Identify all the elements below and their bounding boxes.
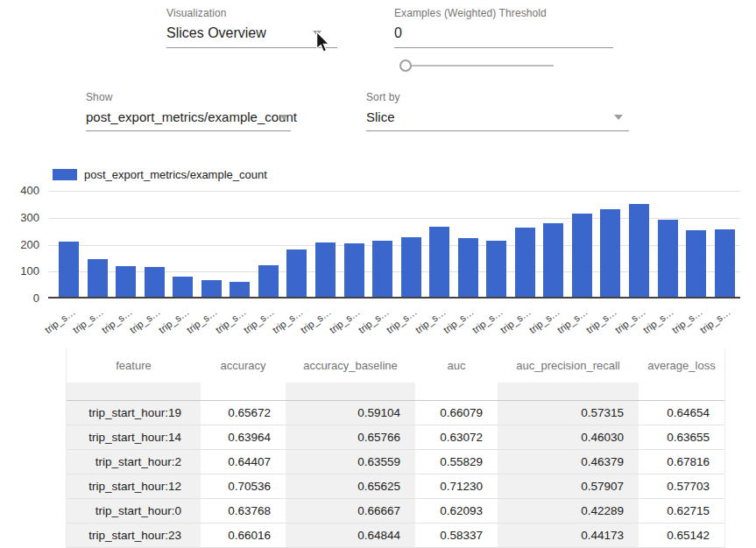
filter-cell xyxy=(415,383,498,400)
chart-bar[interactable] xyxy=(201,280,222,297)
chart-bar[interactable] xyxy=(88,259,108,297)
metric-cell: 0.46379 xyxy=(498,450,639,474)
column-header-auc[interactable]: auc xyxy=(415,348,498,383)
metric-cell: 0.70536 xyxy=(201,474,286,498)
y-axis-tick-label: 400 xyxy=(0,184,39,197)
table-row[interactable]: trip_start_hour:230.660160.648440.583370… xyxy=(67,523,724,548)
chart-bar[interactable] xyxy=(173,277,193,297)
feature-cell: trip_start_hour:23 xyxy=(67,523,201,547)
metric-cell: 0.63768 xyxy=(201,499,286,523)
metric-cell: 0.66016 xyxy=(201,523,286,547)
column-header-feature[interactable]: feature xyxy=(67,348,201,383)
chevron-down-icon xyxy=(279,115,288,120)
x-axis-line xyxy=(48,297,740,299)
metric-cell: 0.63964 xyxy=(201,425,286,449)
bar-chart: 0100200300400trip_s…trip_s…trip_s…trip_s… xyxy=(48,191,740,299)
table-row[interactable]: trip_start_hour:140.639640.657660.630720… xyxy=(67,425,724,450)
table-row[interactable]: trip_start_hour:190.656720.591040.660790… xyxy=(67,401,724,425)
chart-bar[interactable] xyxy=(572,214,592,297)
legend-label: post_export_metrics/example_count xyxy=(84,168,267,181)
filter-row xyxy=(67,383,724,401)
chart-bar[interactable] xyxy=(429,227,449,297)
y-axis-tick-label: 100 xyxy=(0,264,39,278)
sort-by-select[interactable]: Slice xyxy=(366,103,629,131)
threshold-label: Examples (Weighted) Threshold xyxy=(394,7,613,19)
metric-cell: 0.67816 xyxy=(639,450,724,474)
visualization-control: Visualization Slices Overview xyxy=(166,7,337,48)
table-row[interactable]: trip_start_hour:20.644070.635590.558290.… xyxy=(67,450,724,474)
metric-cell: 0.57703 xyxy=(639,474,724,498)
table-row[interactable]: trip_start_hour:120.705360.656250.712300… xyxy=(67,474,724,499)
chart-bar[interactable] xyxy=(629,204,649,297)
metric-cell: 0.71230 xyxy=(415,474,498,498)
chart-bar[interactable] xyxy=(600,209,620,297)
filter-cell xyxy=(498,383,639,400)
metric-cell: 0.44173 xyxy=(498,523,639,547)
metric-cell: 0.66079 xyxy=(415,401,498,425)
chart-bar[interactable] xyxy=(286,249,307,297)
filter-cell xyxy=(286,383,415,400)
column-header-auc_precision_recall[interactable]: auc_precision_recall xyxy=(498,348,639,383)
metric-cell: 0.63072 xyxy=(415,425,498,449)
mouse-cursor-icon xyxy=(314,32,330,53)
metric-cell: 0.64654 xyxy=(639,401,724,425)
chart-bar[interactable] xyxy=(116,266,136,297)
filter-cell xyxy=(67,383,201,400)
show-label: Show xyxy=(86,91,291,103)
slider-thumb[interactable] xyxy=(399,60,412,72)
sort-by-value: Slice xyxy=(366,109,395,124)
column-header-accuracy[interactable]: accuracy xyxy=(201,348,286,383)
show-value: post_export_metrics/example_count xyxy=(86,109,297,124)
chart-bar[interactable] xyxy=(715,229,735,297)
metrics-table: featureaccuracyaccuracy_baselineaucauc_p… xyxy=(66,348,725,548)
threshold-control: Examples (Weighted) Threshold 0 xyxy=(394,7,613,48)
filter-cell xyxy=(201,383,286,400)
metric-cell: 0.65766 xyxy=(286,425,415,449)
chart-legend: post_export_metrics/example_count xyxy=(53,168,267,181)
y-axis-tick-label: 200 xyxy=(0,238,39,251)
chart-bar[interactable] xyxy=(543,223,563,297)
chart-bar[interactable] xyxy=(486,241,506,297)
chart-bar[interactable] xyxy=(59,242,79,297)
metric-cell: 0.64407 xyxy=(201,450,286,474)
show-control: Show post_export_metrics/example_count xyxy=(86,91,291,131)
show-select[interactable]: post_export_metrics/example_count xyxy=(86,103,291,131)
metric-cell: 0.63655 xyxy=(639,425,724,449)
metric-cell: 0.65625 xyxy=(286,474,415,498)
metric-cell: 0.59104 xyxy=(286,401,415,425)
sort-by-control: Sort by Slice xyxy=(366,91,629,131)
metric-cell: 0.66667 xyxy=(286,499,415,523)
y-axis-tick-label: 300 xyxy=(0,211,39,224)
chevron-down-icon xyxy=(614,115,623,120)
chart-bar[interactable] xyxy=(458,238,478,297)
chart-bar[interactable] xyxy=(145,267,165,297)
metric-cell: 0.46030 xyxy=(498,425,639,449)
threshold-input[interactable]: 0 xyxy=(394,19,613,48)
column-header-accuracy_baseline[interactable]: accuracy_baseline xyxy=(286,348,415,383)
column-header-average_loss[interactable]: average_loss xyxy=(639,348,724,383)
threshold-slider[interactable] xyxy=(399,60,554,72)
slider-track[interactable] xyxy=(406,65,554,67)
chart-bar[interactable] xyxy=(401,237,421,297)
chart-bar[interactable] xyxy=(315,242,336,297)
chart-bar[interactable] xyxy=(515,228,535,297)
chart-bar[interactable] xyxy=(230,282,250,297)
chart-bar[interactable] xyxy=(686,230,706,297)
chart-bar[interactable] xyxy=(258,265,279,297)
visualization-label: Visualization xyxy=(166,7,337,19)
metric-cell: 0.65672 xyxy=(201,401,286,425)
chart-bar[interactable] xyxy=(372,241,392,297)
metric-cell: 0.62093 xyxy=(415,499,498,523)
metric-cell: 0.57315 xyxy=(498,401,639,425)
chart-bar[interactable] xyxy=(658,220,678,297)
metric-cell: 0.63559 xyxy=(286,450,415,474)
chart-bar[interactable] xyxy=(344,243,364,297)
table-row[interactable]: trip_start_hour:00.637680.666670.620930.… xyxy=(67,499,724,523)
metric-cell: 0.62715 xyxy=(639,499,724,523)
sort-by-label: Sort by xyxy=(366,91,629,103)
feature-cell: trip_start_hour:14 xyxy=(67,425,201,449)
feature-cell: trip_start_hour:0 xyxy=(67,499,201,523)
metric-cell: 0.55829 xyxy=(415,450,498,474)
visualization-select[interactable]: Slices Overview xyxy=(166,19,337,48)
gridline xyxy=(48,191,740,192)
